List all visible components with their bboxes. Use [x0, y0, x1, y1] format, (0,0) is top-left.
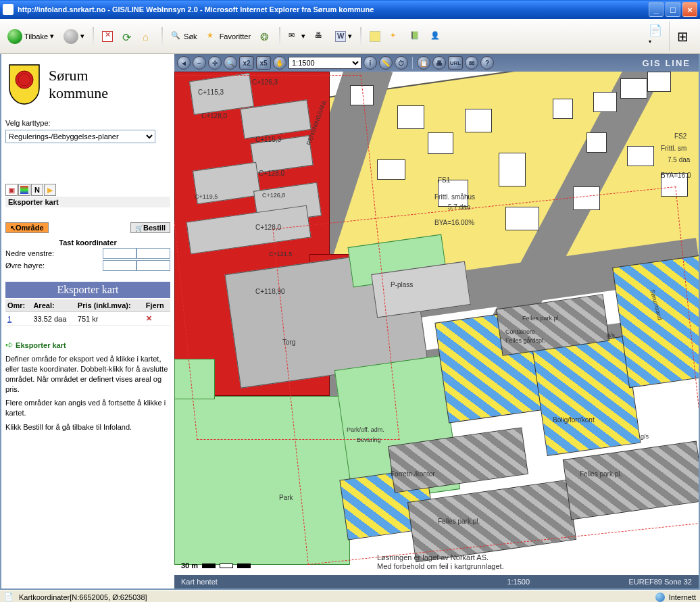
print-icon: 🖶 [315, 31, 326, 42]
coord-ur-e[interactable] [136, 260, 170, 271]
map-status-left: Kart hentet [181, 578, 507, 586]
map-area: ◄ − ✢ 🔍 x2 x5 ✋ 1:1500 i 📏 ⏱ 📋 🖶 URL ✉ ?… [174, 54, 699, 588]
help-arrow-icon: ➪ [5, 339, 14, 350]
map-scale-select[interactable]: 1:1500 [289, 57, 361, 69]
refresh-icon: ⟳ [122, 31, 133, 42]
map-copy-icon[interactable]: 📋 [417, 56, 430, 70]
favstar-button[interactable]: ✦ [386, 29, 404, 44]
browser-statusbar: 📄 Kartkoordinater[N:6652005, Ø:625038] I… [0, 590, 700, 602]
table-row: 1 33.52 daa 751 kr ✕ [5, 312, 170, 326]
star-icon: ★ [207, 31, 218, 42]
status-coords: Kartkoordinater[N:6652005, Ø:625038] [19, 593, 147, 601]
home-button[interactable]: ⌂ [139, 29, 157, 44]
karttype-label: Velg karttype: [5, 119, 170, 127]
kommune-name-2: kommune [49, 84, 108, 102]
map-pan-icon[interactable]: ✋ [273, 56, 286, 70]
search-button[interactable]: 🔍Søk [168, 29, 201, 44]
coord-ur-label: Øvre høyre: [5, 261, 45, 270]
th-areal: Areal: [31, 299, 75, 312]
map-zoomout-icon[interactable]: − [193, 56, 206, 70]
forward-icon [64, 29, 78, 44]
page-icon: 📄 [4, 593, 14, 601]
mail-button[interactable]: ✉▾ [285, 29, 309, 44]
map-help-icon[interactable]: ? [480, 56, 494, 70]
stop-icon: ✕ [102, 31, 113, 42]
tool-export-icon[interactable]: ▣ [5, 184, 18, 196]
messenger-icon: 👤 [430, 31, 441, 42]
map-zoomin-icon[interactable]: ✢ [208, 56, 222, 70]
kommune-name-1: Sørum [49, 67, 108, 84]
minimize-button[interactable]: _ [649, 2, 664, 17]
th-pris: Pris (inkl.mva): [76, 299, 144, 312]
book-icon: 📗 [410, 31, 421, 42]
messenger-button[interactable]: 👤 [427, 29, 445, 44]
close-button[interactable]: × [682, 2, 697, 17]
tool-row: ▣ N ▶ [5, 184, 170, 196]
tool-text-icon[interactable]: N [31, 184, 43, 196]
th-omr: Omr: [5, 299, 31, 312]
map-url-button[interactable]: URL [448, 56, 463, 70]
coord-ll-n[interactable] [103, 248, 136, 259]
coord-ll-label: Nedre venstre: [5, 249, 54, 257]
row-remove-icon[interactable]: ✕ [146, 314, 152, 322]
tab-omrade[interactable]: ↖Område [5, 222, 49, 233]
windows-flag: ⊞ [669, 22, 696, 51]
th-fjern: Fjern [144, 299, 170, 312]
kommune-shield-icon [8, 64, 41, 105]
sidebar: Sørum kommune Velg karttype: Regulerings… [1, 54, 174, 588]
tab-bestill[interactable]: 🛒Bestill [130, 222, 170, 233]
mail-icon: ✉ [289, 31, 299, 42]
map-x2-button[interactable]: x2 [239, 56, 254, 70]
history-button[interactable]: ❂ [257, 29, 274, 44]
map-info-icon[interactable]: i [364, 56, 377, 70]
window-title: http://infoland.snrkart.no - GIS/LINE We… [18, 5, 649, 14]
map-x5-button[interactable]: x5 [256, 56, 271, 70]
map-magnify-icon[interactable]: 🔍 [224, 56, 237, 70]
refresh-button[interactable]: ⟳ [119, 29, 136, 44]
map-back-icon[interactable]: ◄ [177, 56, 191, 70]
map-status-scale: 1:1500 [507, 578, 628, 586]
word-icon: W [335, 31, 346, 42]
forward-button[interactable]: ▾ [60, 27, 88, 46]
search-icon: 🔍 [171, 31, 182, 42]
map-time-icon[interactable]: ⏱ [395, 56, 408, 70]
gis-brand: GIS LINE [642, 58, 696, 68]
browser-toolbar: Tilbake ▾ ▾ ✕ ⟳ ⌂ 🔍Søk ★Favoritter ❂ ✉▾ … [0, 19, 700, 54]
map-canvas[interactable]: C+115,3 C+126,3 C+128,0 C+115,3 C+128,0 … [174, 72, 699, 575]
home-icon: ⌂ [143, 31, 153, 42]
pdf-icon[interactable]: 📄▾ [649, 24, 664, 37]
research-button[interactable]: 📗 [407, 29, 424, 44]
map-statusbar: Kart hentet 1:1500 EUREF89 Sone 32 [174, 575, 699, 588]
karttype-select[interactable]: Regulerings-/Bebyggelses-planer [5, 130, 155, 143]
map-status-proj: EUREF89 Sone 32 [628, 578, 692, 586]
map-print-icon[interactable]: 🖶 [432, 56, 446, 70]
help-p2: Flere områder kan angis ved å fortsette … [5, 398, 170, 418]
export-panel-header: Eksporter kart [5, 197, 170, 207]
internet-zone-label: Internett [669, 593, 696, 601]
map-toolbar: ◄ − ✢ 🔍 x2 x5 ✋ 1:1500 i 📏 ⏱ 📋 🖶 URL ✉ ?… [174, 54, 699, 72]
tool-layers-icon[interactable] [18, 184, 30, 196]
note-icon [370, 31, 380, 42]
print-button[interactable]: 🖶 [311, 29, 329, 44]
coord-ll-e[interactable] [136, 248, 170, 259]
history-icon: ❂ [260, 31, 271, 42]
coord-ur-n[interactable] [103, 260, 136, 271]
edit-button[interactable]: W▾ [332, 29, 355, 44]
map-measure-icon[interactable]: 📏 [379, 56, 393, 70]
map-credit: Løsningen er laget av Norkart AS.Med for… [377, 553, 504, 571]
internet-zone-icon [655, 593, 665, 602]
notes-button[interactable] [366, 29, 384, 44]
favorites-button[interactable]: ★Favoritter [203, 29, 254, 44]
row-id-link[interactable]: 1 [7, 315, 11, 323]
app-icon [3, 4, 14, 15]
scale-bar: 30 m [181, 561, 251, 570]
map-mail-icon[interactable]: ✉ [465, 56, 478, 70]
coord-header: Tast koordinater [5, 239, 170, 247]
maximize-button[interactable]: □ [666, 2, 680, 17]
row-areal: 33.52 daa [31, 312, 75, 326]
window-titlebar: http://infoland.snrkart.no - GIS/LINE We… [0, 0, 700, 19]
tool-play-icon[interactable]: ▶ [44, 184, 56, 196]
back-button[interactable]: Tilbake ▾ [4, 27, 57, 46]
help-p3: Klikk Bestill for å gå tilbake til Infol… [5, 422, 170, 432]
stop-button[interactable]: ✕ [99, 29, 116, 44]
